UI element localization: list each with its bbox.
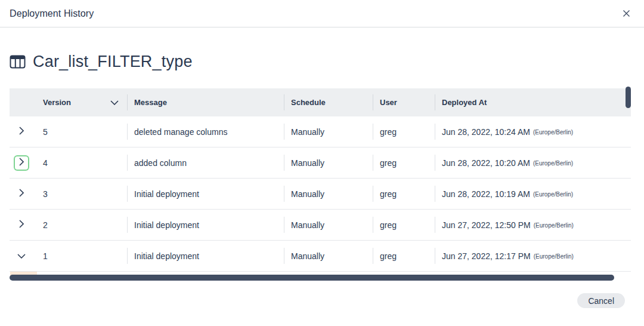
horizontal-scrollbar[interactable]: [10, 275, 614, 281]
column-label: Schedule: [291, 98, 326, 107]
table-row: 4 added column Manually greg Jun 28, 202…: [10, 147, 631, 179]
row-expander-cell: [10, 241, 33, 271]
row-expander-cell: [10, 179, 33, 209]
column-divider: [435, 186, 435, 202]
column-header-user[interactable]: User: [373, 88, 435, 116]
cell-text: Manually: [291, 189, 324, 199]
cell-version: 4: [33, 147, 127, 178]
cell-user: greg: [373, 147, 435, 178]
column-divider: [127, 94, 128, 110]
column-divider: [435, 217, 435, 233]
cell-schedule: Manually: [284, 116, 373, 147]
cell-text: Manually: [291, 251, 324, 261]
cell-schedule: Manually: [284, 241, 373, 271]
timezone-label: (Europe/Berlin): [534, 253, 574, 260]
cell-text: Jun 28, 2022, 10:20 AM: [442, 158, 530, 168]
column-divider: [435, 94, 435, 110]
page-title: Car_list_FILTER_type: [33, 53, 193, 71]
cell-message: added column: [127, 147, 284, 178]
column-divider: [373, 155, 373, 171]
cell-text: Jun 27, 2022, 12:50 PM: [442, 220, 531, 230]
column-header-deployed-at[interactable]: Deployed At: [435, 88, 631, 116]
column-label: User: [380, 98, 397, 107]
column-header-schedule[interactable]: Schedule: [284, 88, 373, 116]
column-divider: [284, 186, 284, 202]
column-label: Message: [134, 98, 167, 107]
column-divider: [373, 248, 373, 264]
column-divider: [373, 186, 373, 202]
timezone-label: (Europe/Berlin): [533, 129, 573, 136]
table-icon: [10, 55, 26, 69]
horizontal-scrollbar-track: [10, 275, 634, 281]
cell-deployed-at: Jun 28, 2022, 10:20 AM(Europe/Berlin): [435, 147, 631, 178]
cell-text: Initial deployment: [134, 251, 199, 261]
column-divider: [127, 124, 128, 140]
close-button[interactable]: [619, 7, 633, 21]
column-divider: [373, 94, 373, 110]
chevron-right-icon: [19, 189, 24, 199]
cell-text: Jun 28, 2022, 10:19 AM: [442, 189, 530, 199]
cell-schedule: Manually: [284, 210, 373, 240]
column-divider: [127, 155, 128, 171]
cell-schedule: Manually: [284, 179, 373, 209]
deployment-history-modal: Deployment History Car_list_FILTER_type …: [0, 0, 644, 326]
cell-text: greg: [380, 158, 397, 168]
cell-text: Jun 27, 2022, 12:17 PM: [442, 251, 531, 261]
cell-deployed-at: Jun 28, 2022, 10:19 AM(Europe/Berlin): [435, 179, 631, 209]
column-divider: [127, 186, 128, 202]
column-divider: [284, 124, 284, 140]
expand-row-button[interactable]: [15, 125, 28, 139]
cell-user: greg: [373, 179, 435, 209]
cell-text: Manually: [291, 127, 324, 137]
cell-user: greg: [373, 241, 435, 271]
column-divider: [435, 248, 435, 264]
cell-version: 2: [33, 210, 127, 240]
expand-row-button[interactable]: [15, 187, 28, 201]
cell-text: Jun 28, 2022, 10:24 AM: [442, 127, 530, 137]
chevron-down-icon[interactable]: [110, 98, 119, 107]
cell-text: greg: [380, 189, 397, 199]
cell-text: greg: [380, 220, 397, 230]
row-expander-cell: [10, 210, 33, 240]
chevron-right-icon: [19, 127, 24, 137]
cell-deployed-at: Jun 27, 2022, 12:17 PM(Europe/Berlin): [435, 241, 631, 271]
table-row: 2 Initial deployment Manually greg Jun 2…: [10, 210, 631, 241]
table-header-row: Version Message Schedule User Deployed A…: [10, 88, 631, 116]
cell-version: 3: [33, 179, 127, 209]
row-expander-cell: [10, 147, 33, 178]
cell-user: greg: [373, 210, 435, 240]
column-divider: [435, 155, 435, 171]
cell-text: deleted manage columns: [134, 127, 227, 137]
column-divider: [284, 94, 284, 110]
cell-message: Initial deployment: [127, 179, 284, 209]
modal-footer: Cancel: [577, 293, 625, 308]
cell-message: deleted manage columns: [127, 116, 284, 147]
column-divider: [284, 217, 284, 233]
cancel-button[interactable]: Cancel: [577, 293, 625, 308]
modal-titlebar: Deployment History: [0, 0, 644, 27]
column-header-message[interactable]: Message: [127, 88, 284, 116]
column-divider: [373, 124, 373, 140]
cell-deployed-at: Jun 27, 2022, 12:50 PM(Europe/Berlin): [435, 210, 631, 240]
timezone-label: (Europe/Berlin): [534, 222, 574, 229]
cell-version: 5: [33, 116, 127, 147]
cell-text: greg: [380, 127, 397, 137]
column-divider: [284, 155, 284, 171]
cell-message: Initial deployment: [127, 210, 284, 240]
column-divider: [284, 248, 284, 264]
column-header-version[interactable]: Version: [33, 88, 127, 116]
expander-header-cell: [10, 88, 33, 116]
expand-row-button[interactable]: [15, 156, 28, 170]
column-divider: [435, 124, 435, 140]
cell-deployed-at: Jun 28, 2022, 10:24 AM(Europe/Berlin): [435, 116, 631, 147]
cell-version: 1: [33, 241, 127, 271]
column-divider: [373, 217, 373, 233]
workbook-heading-row: Car_list_FILTER_type: [0, 27, 644, 71]
cell-text: Initial deployment: [134, 189, 199, 199]
vertical-scrollbar[interactable]: [626, 87, 631, 108]
expand-row-button[interactable]: [15, 219, 28, 232]
cell-schedule: Manually: [284, 147, 373, 178]
collapse-row-button[interactable]: [15, 250, 28, 263]
row-expander-cell: [10, 116, 33, 147]
deployment-table: Version Message Schedule User Deployed A…: [10, 88, 636, 281]
